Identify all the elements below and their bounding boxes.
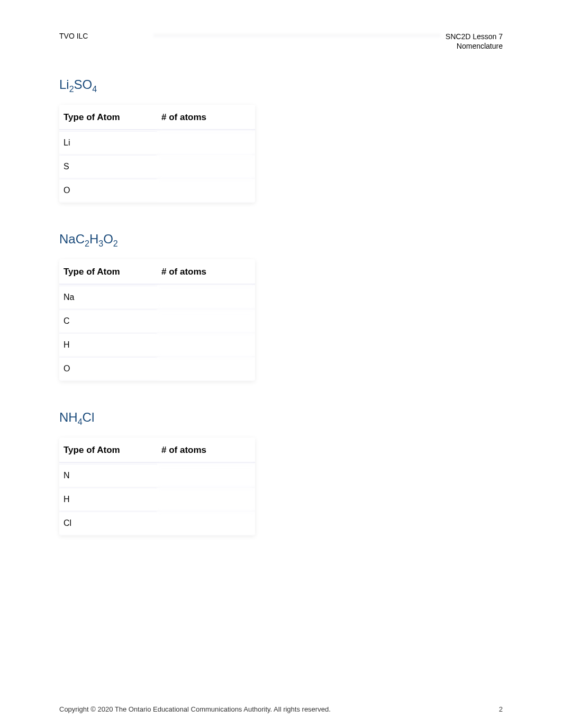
col-num-atoms: # of atoms — [157, 106, 255, 130]
formula-sub: 2 — [69, 85, 74, 94]
table-row: Li — [59, 131, 255, 154]
col-num-atoms: # of atoms — [157, 260, 255, 285]
formula-text: NaC — [59, 232, 85, 246]
table-header-row: Type of Atom # of atoms — [59, 439, 255, 463]
atom-count-cell — [157, 286, 255, 308]
atom-type-cell: Na — [59, 286, 157, 308]
formula-sub: 2 — [85, 239, 89, 248]
header-org: TVO ILC — [59, 32, 88, 40]
page-footer: Copyright © 2020 The Ontario Educational… — [59, 705, 503, 713]
formula-text: NH — [59, 410, 78, 424]
atom-table-li2so4: Type of Atom # of atoms Li S O — [59, 105, 255, 203]
atom-type-cell: O — [59, 179, 157, 202]
atom-count-cell — [157, 333, 255, 356]
header-lesson-line2: Nomenclature — [446, 41, 503, 51]
atom-type-cell: Li — [59, 131, 157, 154]
atom-count-cell — [157, 310, 255, 332]
atom-type-cell: H — [59, 488, 157, 511]
atom-type-cell: N — [59, 464, 157, 487]
atom-count-cell — [157, 179, 255, 202]
formula-nh4cl: NH4Cl — [59, 410, 503, 427]
formula-text: Li — [59, 77, 69, 92]
table-row: H — [59, 333, 255, 356]
table-row: C — [59, 310, 255, 332]
formula-sub: 4 — [78, 417, 83, 426]
atom-table-nac2h3o2: Type of Atom # of atoms Na C H O — [59, 259, 255, 381]
formula-nac2h3o2: NaC2H3O2 — [59, 232, 503, 249]
atom-type-cell: Cl — [59, 512, 157, 534]
table-header-row: Type of Atom # of atoms — [59, 260, 255, 285]
formula-sub: 4 — [92, 85, 97, 94]
col-type-of-atom: Type of Atom — [59, 260, 157, 285]
formula-text: SO — [74, 77, 93, 92]
atom-type-cell: O — [59, 357, 157, 380]
copyright-text: Copyright © 2020 The Ontario Educational… — [59, 705, 331, 713]
table-row: S — [59, 155, 255, 178]
atom-count-cell — [157, 155, 255, 178]
formula-sub: 2 — [113, 239, 118, 248]
page-number: 2 — [499, 705, 503, 713]
atom-type-cell: H — [59, 333, 157, 356]
table-row: H — [59, 488, 255, 511]
atom-table-nh4cl: Type of Atom # of atoms N H Cl — [59, 438, 255, 535]
header-divider — [153, 34, 440, 37]
formula-text: H — [89, 232, 98, 246]
col-num-atoms: # of atoms — [157, 439, 255, 463]
atom-type-cell: C — [59, 310, 157, 332]
header-lesson-line1: SNC2D Lesson 7 — [446, 32, 503, 41]
col-type-of-atom: Type of Atom — [59, 106, 157, 130]
table-row: Na — [59, 286, 255, 308]
col-type-of-atom: Type of Atom — [59, 439, 157, 463]
table-row: O — [59, 179, 255, 202]
atom-count-cell — [157, 512, 255, 534]
atom-count-cell — [157, 131, 255, 154]
header-lesson: SNC2D Lesson 7 Nomenclature — [446, 32, 503, 51]
formula-li2so4: Li2SO4 — [59, 77, 503, 94]
formula-sub: 3 — [98, 239, 103, 248]
atom-count-cell — [157, 357, 255, 380]
formula-text: O — [103, 232, 113, 246]
table-header-row: Type of Atom # of atoms — [59, 106, 255, 130]
atom-count-cell — [157, 488, 255, 511]
formula-text: Cl — [83, 410, 95, 424]
table-row: Cl — [59, 512, 255, 534]
table-row: N — [59, 464, 255, 487]
atom-count-cell — [157, 464, 255, 487]
table-row: O — [59, 357, 255, 380]
atom-type-cell: S — [59, 155, 157, 178]
page-content: TVO ILC SNC2D Lesson 7 Nomenclature Li2S… — [0, 0, 562, 535]
